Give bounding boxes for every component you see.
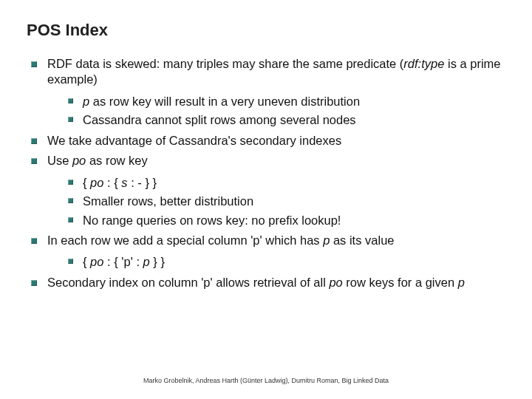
- text-run: as its value: [330, 233, 394, 247]
- bullet-text: In each row we add a special column 'p' …: [47, 233, 505, 248]
- text-run: as row key will result in a very uneven …: [89, 95, 360, 108]
- text-run: In each row we add a special column 'p' …: [47, 233, 323, 247]
- text-run-italic: p: [323, 233, 330, 247]
- text-run-italic: s: [121, 176, 127, 189]
- bullet-item: Secondary index on column 'p' allows ret…: [31, 275, 505, 290]
- text-run: : {: [103, 176, 121, 189]
- bullet-list: RDF data is skewed: many triples may sha…: [27, 56, 505, 290]
- text-run: RDF data is skewed: many triples may sha…: [47, 57, 403, 70]
- text-run-italic: po: [90, 255, 103, 268]
- slide: POS Index RDF data is skewed: many tripl…: [0, 0, 532, 399]
- bullet-item: We take advantage of Cassandra's seconda…: [31, 133, 505, 149]
- sub-bullet-item: { po : { s : - } }: [68, 175, 505, 191]
- sub-bullet-item: { po : { 'p' : p } }: [68, 254, 505, 270]
- text-run-italic: po: [329, 276, 342, 289]
- text-run-italic: rdf:type: [403, 57, 444, 70]
- text-run-italic: po: [90, 176, 103, 189]
- page-title: POS Index: [27, 21, 505, 40]
- slide-footer: Marko Grobelnik, Andreas Harth (Günter L…: [0, 377, 532, 384]
- text-run: Secondary index on column 'p' allows ret…: [47, 276, 329, 289]
- bullet-item: Use po as row key { po : { s : - } } Sma…: [31, 153, 505, 228]
- bullet-text: Use po as row key: [47, 153, 505, 168]
- text-run-italic: p: [458, 276, 465, 289]
- sub-bullet-list: { po : { 'p' : p } }: [47, 254, 505, 270]
- text-run: : - } }: [128, 176, 157, 189]
- sub-bullet-list: p as row key will result in a very uneve…: [47, 94, 505, 129]
- text-run: {: [83, 255, 90, 268]
- text-run: : { 'p' :: [103, 255, 143, 268]
- text-run: Use: [47, 154, 72, 167]
- text-run: as row key: [86, 154, 147, 167]
- text-run-italic: po: [72, 154, 86, 167]
- bullet-text: Secondary index on column 'p' allows ret…: [47, 275, 505, 290]
- text-run: row keys for a given: [343, 276, 458, 289]
- sub-bullet-list: { po : { s : - } } Smaller rows, better …: [47, 175, 505, 228]
- sub-bullet-item: p as row key will result in a very uneve…: [68, 94, 505, 109]
- bullet-item: RDF data is skewed: many triples may sha…: [31, 56, 505, 129]
- text-run-italic: p: [143, 255, 150, 268]
- bullet-item: In each row we add a special column 'p' …: [31, 233, 505, 270]
- text-run: } }: [150, 255, 165, 268]
- bullet-text: RDF data is skewed: many triples may sha…: [47, 56, 505, 88]
- text-run: {: [83, 176, 90, 189]
- text-run-italic: p: [83, 95, 89, 108]
- sub-bullet-item: No range queries on rows key: no prefix …: [68, 213, 505, 228]
- sub-bullet-item: Smaller rows, better distribution: [68, 194, 505, 209]
- sub-bullet-item: Cassandra cannot split rows among severa…: [68, 112, 505, 128]
- slide-content: RDF data is skewed: many triples may sha…: [27, 56, 505, 290]
